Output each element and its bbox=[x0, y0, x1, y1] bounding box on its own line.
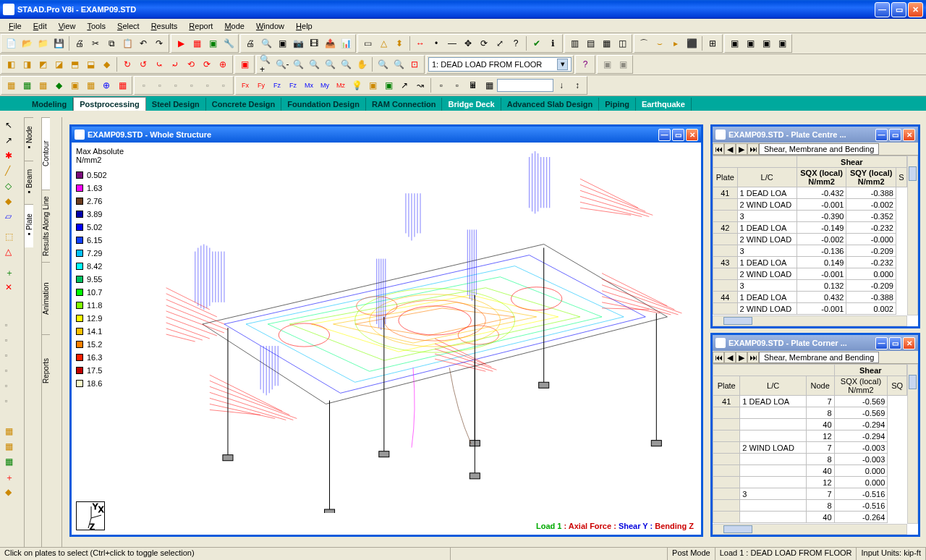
chevron-down-icon[interactable]: ▾ bbox=[557, 59, 568, 70]
dim-icon[interactable]: ↔ bbox=[413, 36, 428, 51]
mode-tab-piping[interactable]: Piping bbox=[599, 98, 636, 111]
zoomout-icon[interactable]: 🔍- bbox=[275, 57, 289, 72]
minimize-button[interactable]: — bbox=[875, 2, 890, 17]
grid-icon[interactable]: ▦ bbox=[190, 36, 204, 51]
mdi-close-button[interactable]: ✕ bbox=[903, 129, 915, 141]
check-icon[interactable]: ✔ bbox=[530, 36, 544, 51]
menu-results[interactable]: Results bbox=[145, 22, 184, 30]
node-sel-icon[interactable]: ✱ bbox=[4, 150, 20, 164]
v1-icon[interactable]: ▦ bbox=[4, 425, 20, 440]
capture-icon[interactable]: ▣ bbox=[275, 36, 289, 51]
vscrollbar[interactable] bbox=[907, 156, 918, 315]
sel-win-icon[interactable]: ▭ bbox=[360, 36, 375, 51]
close-button[interactable]: ✕ bbox=[908, 2, 923, 17]
win1-icon[interactable]: ▥ bbox=[567, 36, 582, 51]
cursor2-icon[interactable]: ↗ bbox=[4, 135, 20, 149]
ortho-icon[interactable]: ▣ bbox=[205, 36, 220, 51]
fy-icon[interactable]: Fy bbox=[254, 78, 268, 93]
env-icon[interactable]: ▣ bbox=[365, 78, 380, 93]
cube1-icon[interactable]: ◧ bbox=[4, 57, 18, 72]
mesh1-icon[interactable]: ▦ bbox=[4, 78, 18, 93]
scale2-icon[interactable]: ▫ bbox=[450, 78, 464, 93]
beam-sel-icon[interactable]: ╱ bbox=[4, 165, 20, 179]
print2-icon[interactable]: 🖨 bbox=[243, 36, 258, 51]
zoomfit-icon[interactable]: 🔍 bbox=[307, 57, 321, 72]
plus-icon[interactable]: ＋ bbox=[4, 266, 20, 281]
zoomprev-icon[interactable]: 🔍 bbox=[323, 57, 337, 72]
supp-sel-icon[interactable]: △ bbox=[4, 246, 20, 260]
mdi-close-button[interactable]: ✕ bbox=[903, 337, 915, 349]
copy-icon[interactable]: ⧉ bbox=[104, 36, 119, 51]
iso3-icon[interactable]: ▣ bbox=[759, 36, 773, 51]
scale-input[interactable] bbox=[497, 79, 553, 92]
rot-up-icon[interactable]: ↻ bbox=[120, 57, 135, 72]
mode-tab-steel-design[interactable]: Steel Design bbox=[146, 98, 206, 111]
info-icon[interactable]: ℹ bbox=[545, 36, 560, 51]
menu-mode[interactable]: Mode bbox=[218, 22, 250, 30]
undo-icon[interactable]: ↶ bbox=[136, 36, 150, 51]
mode-tab-earthquake[interactable]: Earthquake bbox=[636, 98, 692, 111]
sheet-tab[interactable]: Shear, Membrane and Bending bbox=[759, 143, 879, 155]
menu-window[interactable]: Window bbox=[250, 22, 290, 30]
mesh3-icon[interactable]: ▦ bbox=[35, 78, 50, 93]
win3-icon[interactable]: ▦ bbox=[599, 36, 613, 51]
paste-icon[interactable]: 📋 bbox=[120, 36, 135, 51]
report-icon[interactable]: 📊 bbox=[339, 36, 353, 51]
fx-icon[interactable]: Fx bbox=[238, 78, 252, 93]
arc2-icon[interactable]: ⌣ bbox=[653, 36, 667, 51]
mode-tab-advanced-slab-design[interactable]: Advanced Slab Design bbox=[501, 98, 600, 111]
camera-icon[interactable]: 📷 bbox=[291, 36, 305, 51]
vscrollbar[interactable] bbox=[907, 364, 918, 524]
mode-tab-modeling[interactable]: Modeling bbox=[26, 98, 73, 111]
mesh7-icon[interactable]: ⊕ bbox=[99, 78, 114, 93]
page-tab-node[interactable]: ▪ Node bbox=[25, 117, 33, 161]
preview-icon[interactable]: 🔍 bbox=[259, 36, 273, 51]
film-icon[interactable]: 🎞 bbox=[307, 36, 321, 51]
mdi-maximize-button[interactable]: ▭ bbox=[672, 129, 684, 141]
mdi-close-button[interactable]: ✕ bbox=[686, 129, 698, 141]
menu-report[interactable]: Report bbox=[183, 22, 218, 30]
new-icon[interactable]: 📄 bbox=[4, 36, 18, 51]
open2-icon[interactable]: 📁 bbox=[35, 36, 50, 51]
arc-icon[interactable]: ⌒ bbox=[637, 36, 651, 51]
stress-icon[interactable]: ▣ bbox=[381, 78, 396, 93]
minus-icon[interactable]: ✕ bbox=[4, 281, 20, 296]
menu-tools[interactable]: Tools bbox=[81, 22, 111, 30]
rot-fr-icon[interactable]: ⟲ bbox=[184, 57, 198, 72]
help2-icon[interactable]: ? bbox=[578, 57, 592, 72]
nav-prev-icon[interactable]: ◀ bbox=[724, 143, 736, 155]
node-lbl-icon[interactable]: • bbox=[429, 36, 443, 51]
sub-tab-results-along-line[interactable]: Results Along Line bbox=[42, 190, 50, 262]
mode-tab-postprocessing[interactable]: Postprocessing bbox=[73, 97, 146, 111]
win2-icon[interactable]: ▤ bbox=[583, 36, 598, 51]
plate-corner-table[interactable]: ShearPlateL/CNodeSQX (local)N/mm2SQ411 D… bbox=[713, 364, 907, 523]
cube6-icon[interactable]: ⬓ bbox=[83, 57, 98, 72]
sel-line-icon[interactable]: ⬍ bbox=[392, 36, 407, 51]
zoomwin-icon[interactable]: 🔍 bbox=[291, 57, 305, 72]
help-icon[interactable]: ? bbox=[509, 36, 523, 51]
mx-icon[interactable]: Mx bbox=[302, 78, 316, 93]
bulb-icon[interactable]: 💡 bbox=[349, 78, 364, 93]
cube7-icon[interactable]: ◆ bbox=[99, 57, 114, 72]
rot-l-icon[interactable]: ⤿ bbox=[152, 57, 166, 72]
zoom4-icon[interactable]: 🔍 bbox=[391, 57, 406, 72]
mode-tab-ram-connection[interactable]: RAM Connection bbox=[366, 98, 443, 111]
structure-plot[interactable] bbox=[137, 150, 697, 513]
open-icon[interactable]: 📂 bbox=[20, 36, 34, 51]
zoomin-icon[interactable]: 🔍+ bbox=[259, 57, 273, 72]
scale1-icon[interactable]: ▫ bbox=[434, 78, 449, 93]
win4-icon[interactable]: ◫ bbox=[615, 36, 629, 51]
fz2-icon[interactable]: Fz bbox=[286, 78, 300, 93]
sel-poly-icon[interactable]: △ bbox=[376, 36, 391, 51]
disp-icon[interactable]: ↗ bbox=[397, 78, 412, 93]
geom-sel-icon[interactable]: ⬚ bbox=[4, 231, 20, 245]
menu-edit[interactable]: Edit bbox=[27, 22, 53, 30]
mdi-maximize-button[interactable]: ▭ bbox=[889, 337, 901, 349]
nav-first-icon[interactable]: ⏮ bbox=[713, 352, 724, 363]
mz-icon[interactable]: Mz bbox=[334, 78, 348, 93]
menu-help[interactable]: Help bbox=[290, 22, 318, 30]
cursor-icon[interactable]: ↖ bbox=[4, 119, 20, 134]
nav-last-icon[interactable]: ⏭ bbox=[747, 143, 759, 155]
cut-icon[interactable]: ✂ bbox=[88, 36, 103, 51]
arc3-icon[interactable]: ▸ bbox=[668, 36, 683, 51]
